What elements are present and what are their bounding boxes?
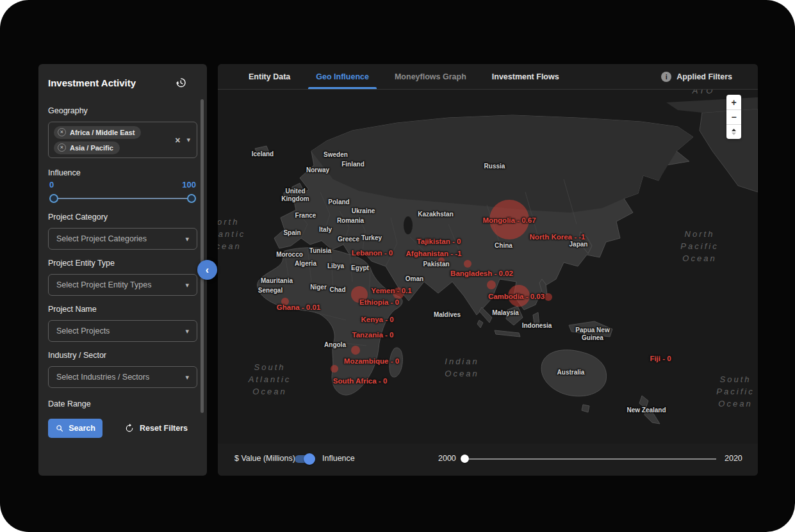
chevron-down-icon: ▾	[185, 373, 189, 382]
country-label: Russia	[484, 163, 505, 170]
country-label: Pakistan	[423, 261, 449, 268]
country-label: Ukraine	[352, 207, 375, 215]
sidebar-scrollbar[interactable]	[201, 99, 204, 413]
influence-bubble[interactable]	[464, 260, 471, 268]
tab-entity-data[interactable]: Entity Data	[236, 64, 303, 89]
geography-chip[interactable]: ×Africa / Middle East	[54, 126, 141, 139]
influence-label: Lebanon - 0	[352, 249, 393, 257]
select-placeholder: Select Project Categories	[56, 234, 147, 243]
country-label: Egypt	[351, 264, 369, 272]
influence-bubble[interactable]	[351, 346, 360, 355]
country-label: Tunisia	[309, 247, 331, 255]
country-label: Norway	[306, 166, 329, 174]
influence-bubble[interactable]	[487, 280, 496, 289]
timeline-track[interactable]	[466, 458, 716, 460]
slider-handle-max[interactable]	[187, 194, 196, 203]
app-window: Investment Activity Geography ×Africa / …	[0, 0, 795, 532]
select-placeholder: Select Projects	[56, 326, 110, 335]
country-label: Iceland	[252, 150, 274, 158]
chip-label: Africa / Middle East	[70, 129, 135, 136]
country-label: Finland	[341, 161, 365, 168]
tab-bar: Entity DataGeo InfluenceMoneyflows Graph…	[236, 64, 572, 89]
geography-chip[interactable]: ×Asia / Pacific	[54, 141, 120, 154]
filter-field: Industry / SectorSelect Industries / Sec…	[48, 351, 197, 388]
influence-bubble[interactable]	[331, 365, 338, 373]
tab-investment-flows[interactable]: Investment Flows	[479, 64, 572, 89]
tab-label: Geo Influence	[316, 72, 369, 81]
country-label: Chad	[330, 286, 346, 294]
influence-label: Tajikistan - 0	[417, 238, 461, 245]
select-project-name[interactable]: Select Projects▾	[48, 320, 197, 342]
country-label: Papua New Guinea	[575, 326, 609, 342]
ocean-label: North Atlantic Ocean	[218, 216, 245, 252]
search-button-label: Search	[69, 424, 95, 433]
collapse-sidebar-button[interactable]: ‹	[197, 260, 217, 280]
remove-chip-icon[interactable]: ×	[58, 128, 66, 136]
date-range-label: Date Range	[48, 399, 197, 408]
screen: Investment Activity Geography ×Africa / …	[0, 0, 795, 532]
select-project-entity-type[interactable]: Select Project Entity Types▾	[48, 274, 197, 296]
geography-label: Geography	[48, 106, 197, 115]
sidebar-title: Investment Activity	[48, 77, 136, 88]
filters-sidebar: Investment Activity Geography ×Africa / …	[38, 64, 207, 476]
zoom-out-button[interactable]: −	[726, 109, 741, 124]
country-label: China	[495, 242, 512, 250]
tab-moneyflows-graph[interactable]: Moneyflows Graph	[382, 64, 479, 89]
influence-label: Influence	[48, 168, 197, 177]
country-label: Indonesia	[522, 322, 552, 330]
map-zoom-controls: + −	[726, 95, 741, 139]
tab-geo-influence[interactable]: Geo Influence	[303, 64, 382, 89]
influence-label: Bangladesh - 0.02	[450, 270, 513, 277]
country-label: Sweden	[324, 151, 348, 159]
country-label: Greece	[338, 236, 359, 243]
history-icon[interactable]	[173, 75, 188, 90]
slider-track	[54, 198, 192, 199]
country-label: Senegal	[258, 287, 283, 294]
filter-selects: Project CategorySelect Project Categorie…	[48, 213, 197, 388]
map-compass-button[interactable]	[726, 124, 741, 139]
country-label: Morocco	[276, 251, 303, 259]
timeline-handle[interactable]	[461, 455, 469, 463]
slider-handle-min[interactable]	[49, 194, 58, 203]
chevron-down-icon: ▾	[185, 327, 189, 335]
filter-label-project-name: Project Name	[48, 305, 197, 314]
reset-icon	[124, 423, 135, 433]
clear-geography-icon[interactable]: ×	[175, 135, 180, 145]
country-label: Oman	[406, 275, 423, 283]
influence-label: Mozambique - 0	[344, 357, 399, 365]
remove-chip-icon[interactable]: ×	[58, 143, 66, 152]
influence-label: Cambodia - 0.03	[488, 293, 545, 300]
search-button[interactable]: Search	[48, 419, 102, 438]
influence-range-slider[interactable]	[49, 193, 196, 204]
country-label: Malaysia	[492, 309, 519, 317]
influence-label: Ghana - 0.01	[277, 303, 320, 311]
value-influence-toggle[interactable]	[295, 455, 314, 463]
influence-label: Ethiopia - 0	[359, 298, 399, 306]
geography-multiselect[interactable]: ×Africa / Middle East×Asia / Pacific × ▾	[48, 122, 197, 158]
influence-label: Tanzania - 0	[352, 331, 394, 339]
zoom-in-button[interactable]: +	[726, 95, 741, 109]
country-label: Algeria	[295, 260, 316, 268]
select-project-category[interactable]: Select Project Categories▾	[48, 228, 197, 250]
chip-label: Asia / Pacific	[70, 144, 113, 152]
toggle-knob[interactable]	[304, 453, 315, 465]
country-label: Maldives	[434, 311, 461, 319]
world-map[interactable]: IcelandSwedenFinlandNorwayUnited Kingdom…	[218, 90, 758, 444]
influence-min-value: 0	[49, 180, 54, 189]
tab-bar-row: Entity DataGeo InfluenceMoneyflows Graph…	[218, 64, 758, 90]
applied-filters[interactable]: i Applied Filters	[661, 64, 758, 89]
influence-bubble[interactable]	[545, 293, 552, 301]
reset-filters-button[interactable]: Reset Filters	[120, 423, 192, 434]
map-layers: IcelandSwedenFinlandNorwayUnited Kingdom…	[218, 90, 758, 444]
applied-filters-label: Applied Filters	[676, 72, 732, 81]
country-label: Poland	[328, 198, 349, 206]
influence-label: Mongolia - 0.67	[482, 216, 536, 224]
chevron-down-icon[interactable]: ▾	[186, 136, 190, 144]
select-industry-sector[interactable]: Select Industries / Sectors▾	[48, 366, 197, 388]
chevron-down-icon: ▾	[185, 281, 189, 289]
chevron-down-icon: ▾	[185, 235, 189, 243]
country-label: United Kingdom	[281, 188, 309, 203]
influence-label: Fiji - 0	[650, 355, 671, 362]
filter-field: Project NameSelect Projects▾	[48, 305, 197, 342]
influence-label: North Korea - -1	[530, 233, 586, 241]
